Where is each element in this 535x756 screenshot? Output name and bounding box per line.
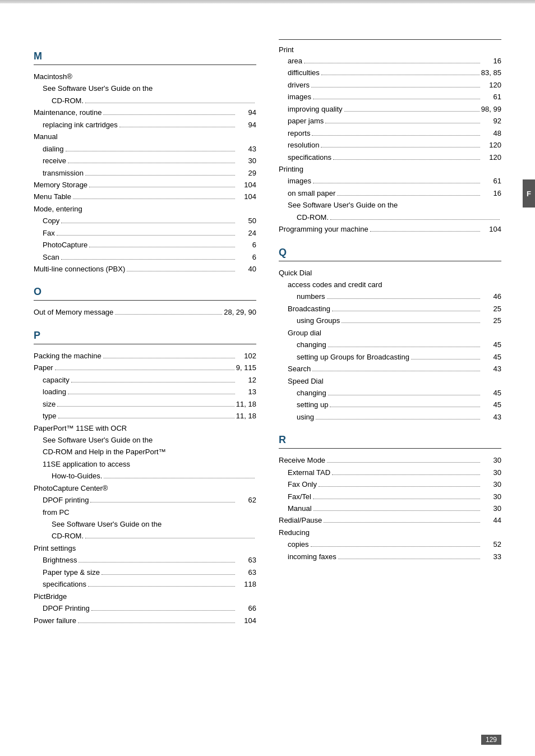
entry-label: PictBridge (34, 591, 67, 602)
entry-label: reports (288, 127, 310, 139)
left-column: MMacintosh®See Software User's Guide on … (34, 39, 256, 637)
entry-label: area (288, 55, 302, 67)
section-letter: P (34, 330, 256, 342)
section-header: Print (279, 45, 501, 54)
entry-num: 16 (482, 187, 501, 199)
index-entry: CD-ROM. (34, 95, 256, 107)
index-section: Printarea16difficulties83, 85drivers120i… (279, 39, 501, 236)
index-entry: difficulties83, 85 (279, 67, 501, 79)
entry-dots (85, 103, 255, 103)
index-section: OOut of Memory message28, 29, 90 (34, 286, 256, 318)
entry-num: 30 (482, 478, 501, 490)
entry-num: 33 (482, 551, 501, 563)
entry-num: 43 (482, 411, 501, 423)
entry-dots (78, 623, 235, 623)
entry-label: copies (288, 538, 309, 550)
entry-label: drivers (288, 79, 310, 91)
index-entry: DPOF Printing66 (34, 602, 256, 614)
entry-label: Fax (43, 227, 55, 239)
index-entry: improving quality98, 99 (279, 103, 501, 115)
index-entry: using Groups25 (279, 315, 501, 326)
index-entry: DPOF printing62 (34, 494, 256, 506)
entry-num: 102 (237, 350, 256, 362)
entry-num: 94 (237, 119, 256, 131)
entry-label: Mode, entering (34, 203, 82, 215)
entry-dots (88, 586, 235, 587)
index-entry: PaperPort™ 11SE with OCR (34, 422, 256, 434)
entry-label: specifications (288, 151, 331, 163)
entry-num: 83, 85 (481, 67, 501, 79)
entry-label: CD-ROM. (52, 530, 84, 542)
entry-dots (85, 175, 235, 176)
entry-dots (73, 199, 235, 199)
entry-label: Power failure (34, 615, 76, 626)
entry-num: 63 (237, 566, 256, 578)
entry-label: Packing the machine (34, 350, 102, 362)
index-entry: Printing (279, 163, 501, 175)
entry-dots (312, 135, 480, 136)
entry-label: incoming faxes (288, 551, 336, 563)
entry-dots (102, 574, 235, 575)
entry-label: from PC (43, 506, 70, 518)
entry-label: capacity (43, 374, 70, 386)
entry-dots (103, 114, 235, 115)
entry-label: Out of Memory message (34, 306, 113, 318)
index-entry: from PC (34, 506, 256, 518)
index-entry: Multi-line connections (PBX)40 (34, 263, 256, 275)
entry-num: 30 (237, 155, 256, 167)
entry-label: Maintenance, routine (34, 107, 102, 118)
entry-num: 6 (237, 239, 256, 251)
entry-label: setting up Groups for Broadcasting (297, 351, 409, 363)
index-entry: changing45 (279, 387, 501, 399)
index-entry: Paper type & size63 (34, 566, 256, 578)
entry-dots (61, 223, 235, 223)
entry-num: 45 (482, 351, 501, 363)
entry-num: 98, 99 (481, 103, 501, 115)
entry-label: specifications (43, 578, 86, 590)
entry-num: 120 (482, 79, 501, 91)
index-entry: images61 (279, 91, 501, 103)
index-entry: PhotoCapture Center® (34, 482, 256, 494)
entry-label: PhotoCapture (43, 239, 87, 251)
entry-dots (57, 235, 235, 236)
index-entry: Maintenance, routine94 (34, 107, 256, 118)
entry-dots (332, 311, 480, 311)
index-section: RReceive Mode30External TAD30Fax Only30F… (279, 434, 501, 563)
entry-dots (85, 538, 255, 538)
index-entry: images61 (279, 175, 501, 187)
index-entry: size11, 18 (34, 398, 256, 410)
index-entry: Search43 (279, 363, 501, 375)
index-entry: changing45 (279, 339, 501, 351)
entry-label: size (43, 398, 56, 410)
entry-dots (328, 395, 480, 395)
index-entry: specifications118 (34, 578, 256, 590)
entry-label: CD-ROM. (52, 95, 84, 107)
entry-label: See Software User's Guide on the (288, 199, 398, 211)
entry-label: difficulties (288, 67, 320, 79)
index-entry: incoming faxes33 (279, 551, 501, 563)
index-entry: See Software User's Guide on the (34, 434, 256, 446)
index-entry: CD-ROM. (34, 530, 256, 542)
index-section: PPacking the machine102Paper9, 115capaci… (34, 330, 256, 626)
entry-label: images (288, 91, 311, 103)
entry-label: Memory Storage (34, 179, 87, 191)
entry-label: CD-ROM. (297, 211, 329, 223)
index-entry: capacity12 (34, 374, 256, 386)
entry-dots (91, 610, 235, 611)
entry-label: improving quality (288, 103, 343, 115)
entry-num: 45 (482, 387, 501, 399)
entry-num: 25 (482, 303, 501, 315)
index-entry: setting up Groups for Broadcasting45 (279, 351, 501, 363)
entry-dots (311, 87, 480, 87)
entry-num: 118 (237, 578, 256, 590)
index-entry: replacing ink cartridges94 (34, 119, 256, 131)
entry-num: 94 (237, 107, 256, 118)
index-entry: Fax/Tel30 (279, 491, 501, 503)
main-content: MMacintosh®See Software User's Guide on … (34, 39, 501, 637)
entry-dots (313, 510, 480, 511)
entry-num: 63 (237, 554, 256, 566)
index-entry: See Software User's Guide on the (34, 82, 256, 94)
entry-dots (119, 127, 235, 127)
entry-label: Copy (43, 215, 59, 227)
section-letter: M (34, 50, 256, 62)
